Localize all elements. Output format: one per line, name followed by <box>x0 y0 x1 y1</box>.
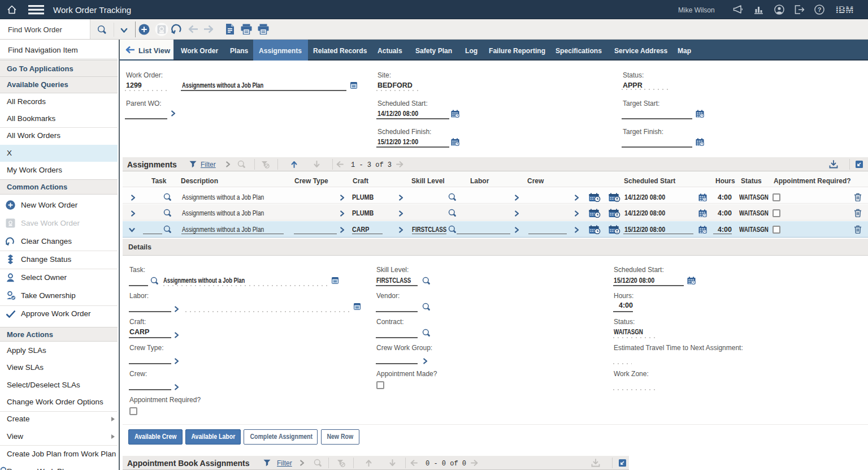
svg-text:?: ? <box>818 6 822 13</box>
